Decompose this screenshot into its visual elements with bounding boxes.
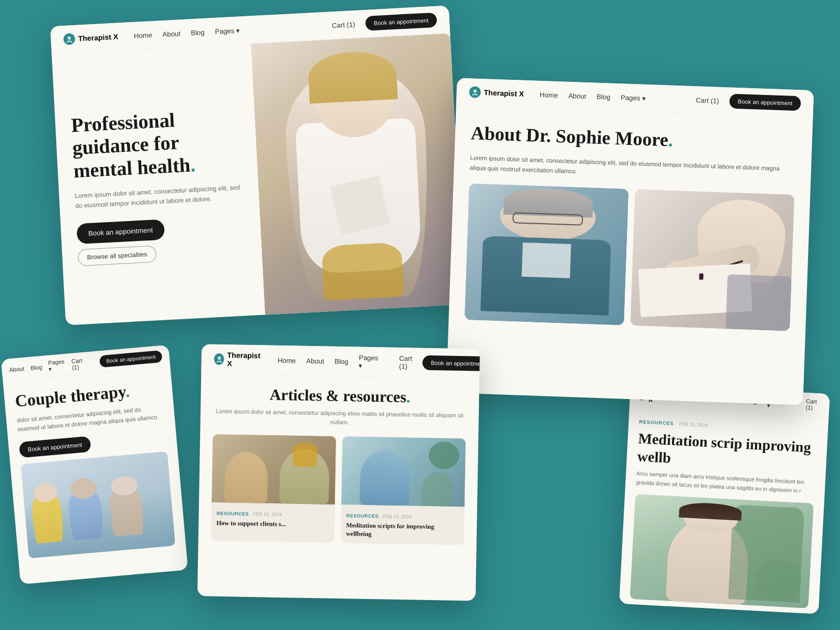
book-appointment-button-3[interactable]: Book an appointment (19, 436, 91, 458)
hero-buttons: Book an appointment Browse all specialti… (76, 215, 246, 267)
article-title-2: Meditation scripts for improving wellbei… (346, 521, 459, 540)
nav3-about[interactable]: About (9, 365, 25, 372)
blog-post-card: Therapist X Home About Blog Pages ▾ Cart… (619, 383, 830, 614)
article-date-1: FEB 16, 2024 (253, 511, 282, 517)
sophie-photo (465, 183, 629, 325)
logo-icon (63, 33, 75, 45)
articles-title: Articles & resources. (213, 385, 467, 407)
nav2-about[interactable]: About (568, 91, 586, 100)
logo-2: Therapist X (469, 86, 524, 100)
hero-headline: Professional guidance for mental health. (70, 106, 242, 183)
nav4-cart[interactable]: Cart (1) (399, 354, 412, 370)
logo-icon-4 (214, 353, 224, 365)
nav-cart[interactable]: Cart (1) (332, 20, 355, 29)
hero-image (251, 33, 465, 317)
nav-cta-button-2[interactable]: Book an appointment (729, 93, 801, 111)
about-photos (465, 183, 795, 331)
nav-cta-button-4[interactable]: Book an appointment (423, 355, 480, 371)
nav-blog[interactable]: Blog (191, 28, 205, 36)
hero-left: Professional guidance for mental health.… (51, 44, 265, 325)
nav4-about[interactable]: About (306, 356, 324, 365)
svg-point-1 (474, 89, 477, 92)
book-appointment-button-1[interactable]: Book an appointment (76, 219, 165, 245)
nav4-home[interactable]: Home (278, 356, 296, 364)
writing-photo (630, 189, 794, 331)
hero-body: Professional guidance for mental health.… (51, 33, 464, 325)
nav2-pages[interactable]: Pages ▾ (621, 93, 646, 102)
article-card-1[interactable]: RESOURCES FEB 16, 2024 How to support cl… (211, 434, 337, 543)
nav4-blog[interactable]: Blog (334, 357, 348, 365)
logo-icon-2 (469, 86, 481, 98)
about-body: About Dr. Sophie Moore. Lorem ipsum dolo… (446, 106, 813, 405)
articles-grid: RESOURCES FEB 16, 2024 How to support cl… (211, 434, 466, 545)
nav2-cart[interactable]: Cart (1) (696, 96, 719, 105)
logo-text: Therapist X (78, 33, 118, 43)
hero-body-text: Lorem ipsum dolor sit amet, consectetur … (75, 182, 244, 211)
nav2-home[interactable]: Home (540, 90, 558, 99)
couple-therapy-card: About Blog Pages ▾ Cart (1) Book an appo… (1, 345, 188, 584)
article-photo-2 (341, 436, 466, 507)
article-tag-2: RESOURCES (346, 513, 379, 519)
hero-card: Therapist X Home About Blog Pages ▾ Cart… (50, 6, 465, 326)
about-card: Therapist X Home About Blog Pages ▾ Cart… (446, 78, 814, 405)
svg-point-2 (217, 356, 220, 360)
article-photo-1 (212, 434, 336, 505)
nav-bar-4: Therapist X Home About Blog Pages ▾ Cart… (201, 344, 480, 379)
article-tag-1: RESOURCES (217, 511, 249, 517)
article-card-2[interactable]: RESOURCES FEB 16, 2024 Meditation script… (341, 436, 466, 545)
articles-subtitle: Lorem ipsum dolor sit amet, consectetur … (213, 407, 467, 429)
about-title: About Dr. Sophie Moore. (470, 122, 796, 156)
browse-specialties-button[interactable]: Browse all specialties (78, 246, 156, 267)
logo: Therapist X (63, 31, 118, 45)
nav-pages[interactable]: Pages ▾ (215, 26, 240, 35)
nav5-cart[interactable]: Cart (1) (805, 398, 822, 412)
nav2-blog[interactable]: Blog (596, 92, 611, 101)
nav-home[interactable]: Home (134, 31, 152, 40)
blog-date: FEB 16, 2024 (679, 421, 708, 428)
nav-cta-button-3[interactable]: Book an appointment (99, 350, 162, 368)
logo-text-4: Therapist X (227, 351, 262, 368)
blog-tag: RESOURCES (639, 419, 674, 426)
nav-cta-button-1[interactable]: Book an appointment (365, 13, 437, 31)
svg-point-0 (68, 36, 71, 39)
logo-text-2: Therapist X (484, 88, 524, 98)
logo-4: Therapist X (214, 351, 262, 369)
nav3-pages[interactable]: Pages ▾ (48, 358, 66, 373)
article-date-2: FEB 16, 2024 (383, 514, 412, 520)
blog-photo (630, 494, 814, 608)
couple-therapy-photo (20, 452, 175, 559)
articles-body: Articles & resources. Lorem ipsum dolor … (197, 374, 479, 601)
nav4-pages[interactable]: Pages ▾ (359, 354, 378, 370)
article-title-1: How to support clients s... (216, 519, 329, 529)
nav3-blog[interactable]: Blog (30, 364, 43, 371)
nav-about[interactable]: About (162, 29, 181, 38)
article-info-2: RESOURCES FEB 16, 2024 Meditation script… (341, 505, 465, 545)
articles-card: Therapist X Home About Blog Pages ▾ Cart… (197, 344, 480, 601)
blog-title: Meditation scrip improving wellb (637, 429, 817, 474)
couple-therapy-body: Couple therapy. dolor sit amet, consecte… (3, 367, 188, 584)
blog-post-body: RESOURCES FEB 16, 2024 Meditation scrip … (619, 407, 828, 614)
about-description: Lorem ipsum dolor sit amet, consectetur … (469, 153, 795, 184)
blog-desc: Arcu semper una diam arcu tristique scel… (636, 469, 815, 496)
article-info-1: RESOURCES FEB 16, 2024 How to support cl… (211, 502, 335, 535)
nav3-cart[interactable]: Cart (1) (71, 356, 88, 371)
hero-dot: . (190, 153, 196, 175)
